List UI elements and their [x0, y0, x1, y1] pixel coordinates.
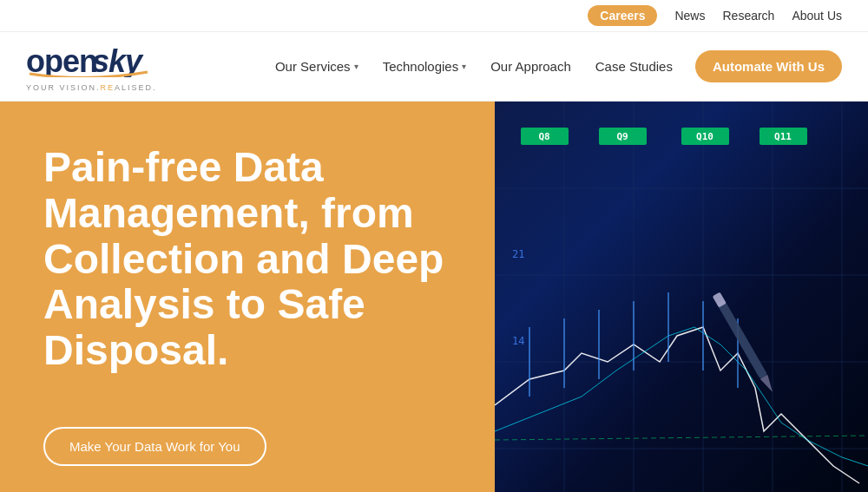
- cta-button[interactable]: Make Your Data Work for You: [43, 427, 266, 466]
- news-link[interactable]: News: [674, 9, 705, 23]
- hero-left: Pain-free Data Management, from Collecti…: [0, 102, 495, 492]
- svg-text:21: 21: [512, 248, 524, 260]
- careers-link[interactable]: Careers: [588, 5, 657, 26]
- svg-text:Q9: Q9: [616, 131, 628, 142]
- svg-text:14: 14: [512, 335, 524, 347]
- chart-svg: Q8 Q9 Q10 Q11 21 14: [495, 102, 868, 492]
- pen-graphic: [713, 292, 777, 395]
- about-link[interactable]: About Us: [792, 9, 842, 23]
- chevron-down-icon: ▾: [354, 62, 358, 71]
- top-bar: Careers News Research About Us: [0, 0, 868, 32]
- nav-technologies[interactable]: Technologies ▾: [372, 52, 477, 81]
- nav-case-studies[interactable]: Case Studies: [585, 52, 683, 81]
- research-link[interactable]: Research: [722, 9, 774, 23]
- svg-line-21: [495, 436, 868, 440]
- logo-tagline: YOUR VISION.REALISED.: [26, 83, 157, 92]
- svg-text:Q10: Q10: [696, 131, 713, 142]
- main-nav: open sky YOUR VISION.REALISED. Our Servi…: [0, 32, 868, 102]
- automate-button[interactable]: Automate With Us: [695, 50, 842, 82]
- svg-text:open: open: [26, 43, 97, 77]
- hero-image: Q8 Q9 Q10 Q11 21 14: [495, 102, 868, 492]
- svg-text:Q8: Q8: [538, 131, 549, 142]
- logo-text: open sky: [26, 41, 152, 82]
- logo[interactable]: open sky YOUR VISION.REALISED.: [26, 41, 157, 92]
- nav-our-approach[interactable]: Our Approach: [480, 52, 582, 81]
- svg-text:sky: sky: [92, 43, 144, 77]
- svg-text:Q11: Q11: [774, 131, 792, 142]
- nav-links: Our Services ▾ Technologies ▾ Our Approa…: [265, 50, 842, 82]
- chart-background: Q8 Q9 Q10 Q11 21 14: [495, 102, 868, 492]
- chevron-down-icon: ▾: [462, 62, 466, 71]
- nav-our-services[interactable]: Our Services ▾: [265, 52, 369, 81]
- hero-section: Pain-free Data Management, from Collecti…: [0, 102, 868, 492]
- hero-headline: Pain-free Data Management, from Collecti…: [43, 145, 451, 374]
